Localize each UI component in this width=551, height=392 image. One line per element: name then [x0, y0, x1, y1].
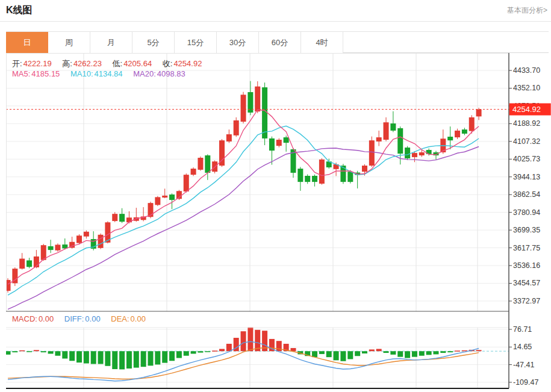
fundamental-analysis-link[interactable]: 基本面分析> [507, 5, 547, 16]
diff-label: DIFF: [64, 314, 84, 323]
svg-text:3944.13: 3944.13 [513, 173, 540, 181]
svg-text:4107.32: 4107.32 [513, 137, 540, 146]
close-label: 收: [163, 59, 173, 68]
ma-readout: MA5:4185.15 MA10:4134.84 MA20:4098.83 [12, 69, 187, 78]
tab-周[interactable]: 周 [48, 32, 90, 53]
svg-text:4188.92: 4188.92 [513, 119, 540, 128]
dea-value: 0.00 [131, 314, 146, 323]
macd-readout: MACD:0.00 DIFF:0.00 DEA:0.00 [12, 314, 147, 323]
svg-text:-109.47: -109.47 [513, 378, 538, 387]
tab-30分[interactable]: 30分 [217, 32, 259, 53]
svg-text:4352.10: 4352.10 [513, 84, 540, 92]
open-label: 开: [12, 59, 22, 68]
close-value: 4254.92 [173, 59, 202, 68]
high-value: 4262.23 [73, 59, 102, 68]
ma20-value: 4098.83 [157, 69, 185, 78]
svg-text:14.65: 14.65 [513, 343, 532, 351]
macd-label: MACD: [12, 314, 37, 323]
svg-text:3780.94: 3780.94 [513, 208, 540, 217]
kline-chart-panel: K线图 基本面分析> 日周月5分15分30分60分4时 开:4222.19 高:… [0, 0, 551, 392]
tab-5分[interactable]: 5分 [132, 32, 175, 53]
candlestick-macd-chart[interactable]: 4433.704352.104270.514188.924107.324025.… [6, 53, 551, 392]
tab-15分[interactable]: 15分 [175, 32, 217, 53]
tab-4时[interactable]: 4时 [301, 32, 343, 53]
ma5-value: 4185.15 [31, 69, 60, 78]
tab-日[interactable]: 日 [6, 32, 48, 53]
svg-text:3372.97: 3372.97 [513, 297, 540, 305]
svg-text:3699.35: 3699.35 [513, 226, 540, 234]
tab-60分[interactable]: 60分 [259, 32, 301, 53]
macd-value: 0.00 [39, 314, 54, 323]
low-label: 低: [113, 59, 123, 68]
svg-text:3536.16: 3536.16 [513, 261, 540, 270]
ma20-label: MA20: [133, 69, 156, 78]
interval-tabbar: 日周月5分15分30分60分4时 [6, 31, 549, 53]
svg-text:3617.75: 3617.75 [513, 244, 540, 252]
svg-text:3454.57: 3454.57 [513, 279, 540, 287]
dea-label: DEA: [111, 314, 129, 323]
svg-text:76.71: 76.71 [513, 325, 532, 334]
page-title: K线图 [6, 4, 33, 17]
svg-text:4433.70: 4433.70 [513, 66, 540, 75]
ma10-value: 4134.84 [95, 69, 123, 78]
ma10-label: MA10: [70, 69, 93, 78]
svg-text:3862.54: 3862.54 [513, 190, 540, 199]
svg-text:4025.73: 4025.73 [513, 155, 540, 163]
ohlc-readout: 开:4222.19 高:4262.23 低:4205.64 收:4254.92 [12, 58, 203, 69]
title-divider [0, 21, 551, 22]
last-price-label: 4254.92 [512, 105, 541, 114]
svg-text:-47.41: -47.41 [513, 361, 534, 369]
high-label: 高: [62, 59, 72, 68]
ma5-label: MA5: [12, 69, 30, 78]
low-value: 4205.64 [123, 59, 152, 68]
open-value: 4222.19 [23, 59, 52, 68]
diff-value: 0.00 [85, 314, 100, 323]
tab-月[interactable]: 月 [90, 32, 132, 53]
